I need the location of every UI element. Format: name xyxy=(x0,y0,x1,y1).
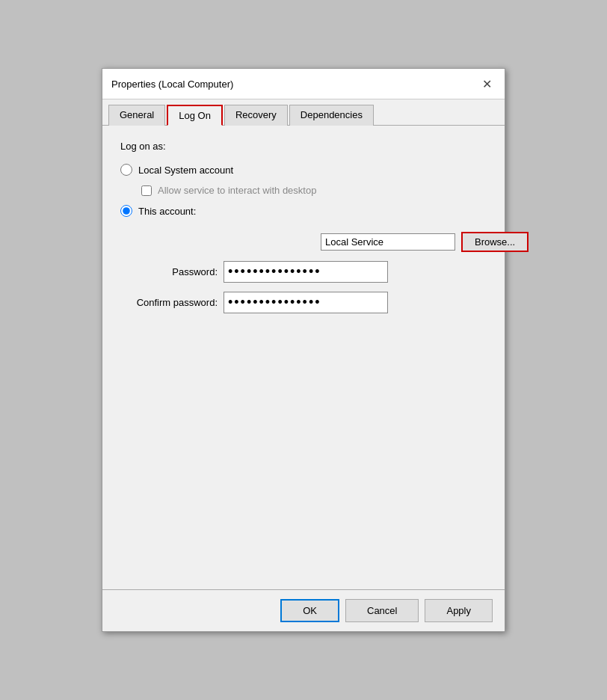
ok-button[interactable]: OK xyxy=(280,599,339,622)
dialog-title: Properties (Local Computer) xyxy=(111,79,233,90)
dialog-footer: OK Cancel Apply xyxy=(102,589,505,631)
browse-button[interactable]: Browse... xyxy=(461,232,529,252)
title-bar: Properties (Local Computer) ✕ xyxy=(102,69,505,99)
confirm-password-row: Confirm password: xyxy=(120,292,487,313)
password-row: Password: xyxy=(120,261,487,283)
close-button[interactable]: ✕ xyxy=(478,75,496,93)
tab-general[interactable]: General xyxy=(108,105,165,126)
confirm-password-label: Confirm password: xyxy=(120,297,218,308)
logon-as-label: Log on as: xyxy=(120,141,487,152)
allow-service-checkbox[interactable] xyxy=(141,185,152,196)
properties-dialog: Properties (Local Computer) ✕ General Lo… xyxy=(102,68,505,632)
password-label: Password: xyxy=(120,266,218,277)
tab-dependencies[interactable]: Dependencies xyxy=(289,105,374,126)
password-input[interactable] xyxy=(224,261,388,283)
this-account-input[interactable] xyxy=(321,233,455,251)
this-account-radio[interactable] xyxy=(120,205,132,217)
local-system-radio[interactable] xyxy=(120,164,132,176)
account-section: Browse... Password: Confirm password: xyxy=(120,232,487,313)
tab-logon[interactable]: Log On xyxy=(167,105,223,126)
radio-group: Local System account Allow service to in… xyxy=(120,164,487,217)
this-account-option: This account: xyxy=(120,205,487,217)
allow-service-label: Allow service to interact with desktop xyxy=(158,185,316,196)
this-account-row: Browse... xyxy=(120,232,487,252)
local-system-option: Local System account xyxy=(120,164,487,176)
allow-service-option: Allow service to interact with desktop xyxy=(141,185,487,196)
local-system-label: Local System account xyxy=(138,165,233,176)
this-account-label: This account: xyxy=(138,206,196,217)
tab-recovery[interactable]: Recovery xyxy=(224,105,288,126)
tab-content: Log on as: Local System account Allow se… xyxy=(102,126,505,589)
confirm-password-input[interactable] xyxy=(224,292,388,313)
tab-bar: General Log On Recovery Dependencies xyxy=(102,99,505,126)
apply-button[interactable]: Apply xyxy=(425,599,493,622)
cancel-button[interactable]: Cancel xyxy=(345,599,419,622)
